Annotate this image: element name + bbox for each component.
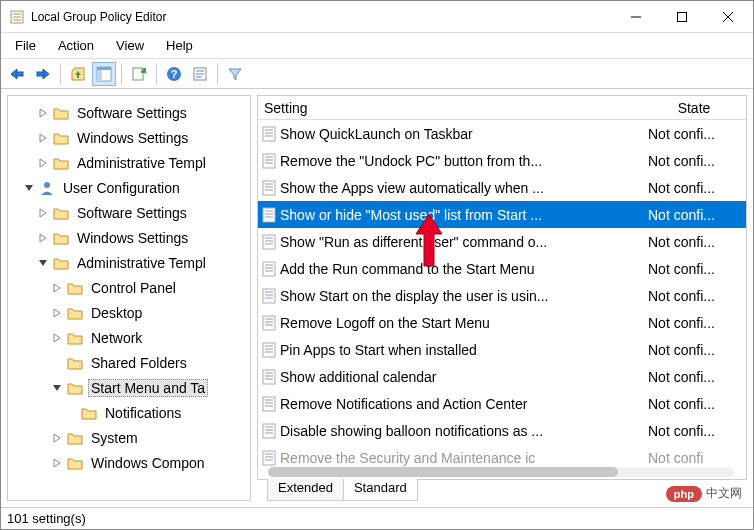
svg-rect-29 xyxy=(263,181,275,195)
setting-name: Show additional calendar xyxy=(278,369,642,385)
expand-icon[interactable] xyxy=(38,233,52,243)
folder-icon xyxy=(52,130,70,146)
tab-standard[interactable]: Standard xyxy=(343,479,418,501)
setting-state: Not confi... xyxy=(642,315,746,331)
svg-rect-57 xyxy=(263,370,275,384)
export-list-icon[interactable] xyxy=(127,62,151,86)
folder-icon xyxy=(66,355,84,371)
setting-name: Show QuickLaunch on Taskbar xyxy=(278,126,642,142)
collapse-icon[interactable] xyxy=(38,258,52,268)
tree-item[interactable]: Desktop xyxy=(10,300,248,325)
up-level-icon[interactable] xyxy=(66,62,90,86)
filter-icon[interactable] xyxy=(223,62,247,86)
setting-state: Not confi... xyxy=(642,396,746,412)
collapse-icon[interactable] xyxy=(52,383,66,393)
show-tree-icon[interactable] xyxy=(92,62,116,86)
expand-icon[interactable] xyxy=(52,308,66,318)
tree-item[interactable]: Shared Folders xyxy=(10,350,248,375)
setting-name: Show "Run as different user" command o..… xyxy=(278,234,642,250)
expand-icon[interactable] xyxy=(52,458,66,468)
help-icon[interactable]: ? xyxy=(162,62,186,86)
svg-rect-49 xyxy=(263,316,275,330)
policy-item-icon xyxy=(260,315,278,331)
setting-state: Not confi... xyxy=(642,234,746,250)
menubar: File Action View Help xyxy=(1,33,753,59)
maximize-button[interactable] xyxy=(659,2,705,32)
back-arrow-icon[interactable] xyxy=(5,62,29,86)
expand-icon[interactable] xyxy=(38,158,52,168)
policy-item-icon xyxy=(260,369,278,385)
setting-state: Not confi... xyxy=(642,342,746,358)
tree-item[interactable]: Administrative Templ xyxy=(10,250,248,275)
scrollbar-thumb[interactable] xyxy=(268,467,618,477)
setting-state: Not confi... xyxy=(642,288,746,304)
tree-item[interactable]: Notifications xyxy=(10,400,248,425)
menu-view[interactable]: View xyxy=(106,35,154,56)
close-button[interactable] xyxy=(705,2,751,32)
menu-help[interactable]: Help xyxy=(156,35,203,56)
statusbar: 101 setting(s) xyxy=(1,507,753,529)
svg-rect-21 xyxy=(263,127,275,141)
tree-item[interactable]: Start Menu and Ta xyxy=(10,375,248,400)
list-row[interactable]: Add the Run command to the Start MenuNot… xyxy=(258,255,746,282)
tree-item-label: Windows Settings xyxy=(74,129,191,147)
svg-rect-8 xyxy=(16,72,23,76)
tree-item-label: System xyxy=(88,429,141,447)
list-row[interactable]: Show "Run as different user" command o..… xyxy=(258,228,746,255)
setting-state: Not confi xyxy=(642,450,746,466)
tree-item-label: Administrative Templ xyxy=(74,154,209,172)
list-row[interactable]: Remove Notifications and Action CenterNo… xyxy=(258,390,746,417)
column-header-setting[interactable]: Setting xyxy=(258,100,642,116)
list-row[interactable]: Show or hide "Most used" list from Start… xyxy=(258,201,746,228)
expand-icon[interactable] xyxy=(52,433,66,443)
expand-icon[interactable] xyxy=(52,283,66,293)
folder-icon xyxy=(66,330,84,346)
expand-icon[interactable] xyxy=(38,108,52,118)
menu-action[interactable]: Action xyxy=(48,35,104,56)
tab-extended[interactable]: Extended xyxy=(267,479,344,501)
tree-item-label: Notifications xyxy=(102,404,184,422)
expand-icon[interactable] xyxy=(38,133,52,143)
policy-item-icon xyxy=(260,423,278,439)
list-row[interactable]: Show Start on the display the user is us… xyxy=(258,282,746,309)
horizontal-scrollbar[interactable] xyxy=(268,467,734,477)
setting-name: Show Start on the display the user is us… xyxy=(278,288,642,304)
svg-rect-5 xyxy=(678,12,687,21)
tree-pane[interactable]: Software SettingsWindows SettingsAdminis… xyxy=(7,95,251,501)
tree-item[interactable]: Control Panel xyxy=(10,275,248,300)
collapse-icon[interactable] xyxy=(24,183,38,193)
tree-item[interactable]: System xyxy=(10,425,248,450)
list-row[interactable]: Pin Apps to Start when installedNot conf… xyxy=(258,336,746,363)
toolbar-separator xyxy=(121,63,122,85)
expand-icon[interactable] xyxy=(52,333,66,343)
tree-item[interactable]: Windows Compon xyxy=(10,450,248,475)
column-header-state[interactable]: State xyxy=(642,100,746,116)
list-row[interactable]: Show the Apps view automatically when ..… xyxy=(258,174,746,201)
setting-name: Remove the Security and Maintenance ic xyxy=(278,450,642,466)
settings-list: Setting State Show QuickLaunch on Taskba… xyxy=(257,95,747,480)
tree-item[interactable]: Network xyxy=(10,325,248,350)
tree-item[interactable]: User Configuration xyxy=(10,175,248,200)
titlebar: Local Group Policy Editor xyxy=(1,1,753,33)
list-row[interactable]: Show additional calendarNot confi... xyxy=(258,363,746,390)
minimize-button[interactable] xyxy=(613,2,659,32)
list-row[interactable]: Disable showing balloon notifications as… xyxy=(258,417,746,444)
setting-name: Add the Run command to the Start Menu xyxy=(278,261,642,277)
tree-item[interactable]: Windows Settings xyxy=(10,225,248,250)
menu-file[interactable]: File xyxy=(5,35,46,56)
tree-item[interactable]: Software Settings xyxy=(10,100,248,125)
list-row[interactable]: Remove Logoff on the Start MenuNot confi… xyxy=(258,309,746,336)
list-row[interactable]: Show QuickLaunch on TaskbarNot confi... xyxy=(258,120,746,147)
forward-arrow-icon[interactable] xyxy=(31,62,55,86)
list-row[interactable]: Remove the "Undock PC" button from th...… xyxy=(258,147,746,174)
svg-rect-65 xyxy=(263,424,275,438)
properties-icon[interactable] xyxy=(188,62,212,86)
tree-item[interactable]: Windows Settings xyxy=(10,125,248,150)
tree-item-label: Windows Settings xyxy=(74,229,191,247)
folder-icon xyxy=(52,205,70,221)
tree-item[interactable]: Software Settings xyxy=(10,200,248,225)
tree-item[interactable]: Administrative Templ xyxy=(10,150,248,175)
expand-icon[interactable] xyxy=(38,208,52,218)
setting-state: Not confi... xyxy=(642,369,746,385)
svg-rect-53 xyxy=(263,343,275,357)
